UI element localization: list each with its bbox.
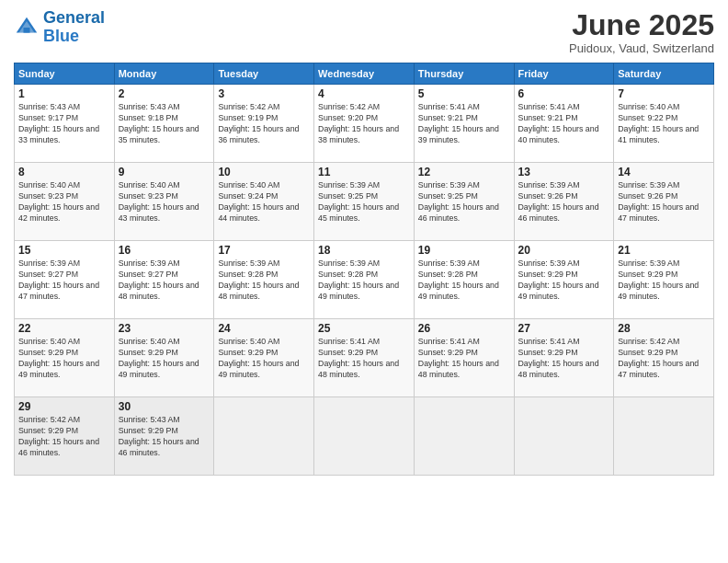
calendar-cell-15: 15Sunrise: 5:39 AMSunset: 9:27 PMDayligh… xyxy=(15,241,115,319)
calendar-cell-22: 22Sunrise: 5:40 AMSunset: 9:29 PMDayligh… xyxy=(15,319,115,397)
logo-text: General Blue xyxy=(43,9,105,46)
weekday-header-wednesday: Wednesday xyxy=(314,63,415,85)
calendar-cell-17: 17Sunrise: 5:39 AMSunset: 9:28 PMDayligh… xyxy=(214,241,314,319)
calendar-cell-23: 23Sunrise: 5:40 AMSunset: 9:29 PMDayligh… xyxy=(114,319,214,397)
month-title: June 2025 xyxy=(569,9,714,41)
page: General Blue June 2025 Puidoux, Vaud, Sw… xyxy=(0,0,728,563)
logo-blue: Blue xyxy=(43,27,79,45)
calendar-week-3: 15Sunrise: 5:39 AMSunset: 9:27 PMDayligh… xyxy=(15,241,714,319)
calendar-cell-4: 4Sunrise: 5:42 AMSunset: 9:20 PMDaylight… xyxy=(314,85,415,163)
weekday-header-monday: Monday xyxy=(114,63,214,85)
svg-rect-2 xyxy=(24,28,30,33)
calendar-cell-20: 20Sunrise: 5:39 AMSunset: 9:29 PMDayligh… xyxy=(514,241,614,319)
logo-icon xyxy=(14,15,40,40)
weekday-header-friday: Friday xyxy=(514,63,614,85)
calendar-cell-7: 7Sunrise: 5:40 AMSunset: 9:22 PMDaylight… xyxy=(614,85,714,163)
calendar-cell-21: 21Sunrise: 5:39 AMSunset: 9:29 PMDayligh… xyxy=(614,241,714,319)
calendar-cell-16: 16Sunrise: 5:39 AMSunset: 9:27 PMDayligh… xyxy=(114,241,214,319)
calendar-week-5: 29Sunrise: 5:42 AMSunset: 9:29 PMDayligh… xyxy=(15,397,714,476)
calendar-cell-13: 13Sunrise: 5:39 AMSunset: 9:26 PMDayligh… xyxy=(514,163,614,241)
calendar-cell-27: 27Sunrise: 5:41 AMSunset: 9:29 PMDayligh… xyxy=(514,319,614,397)
weekday-header-saturday: Saturday xyxy=(614,63,714,85)
calendar-week-2: 8Sunrise: 5:40 AMSunset: 9:23 PMDaylight… xyxy=(15,163,714,241)
calendar-cell-empty xyxy=(314,397,415,476)
calendar-table: SundayMondayTuesdayWednesdayThursdayFrid… xyxy=(14,63,714,476)
title-area: June 2025 Puidoux, Vaud, Switzerland xyxy=(569,9,714,55)
calendar-cell-28: 28Sunrise: 5:42 AMSunset: 9:29 PMDayligh… xyxy=(614,319,714,397)
location: Puidoux, Vaud, Switzerland xyxy=(569,41,714,55)
calendar-cell-empty xyxy=(214,397,314,476)
calendar-cell-10: 10Sunrise: 5:40 AMSunset: 9:24 PMDayligh… xyxy=(214,163,314,241)
header: General Blue June 2025 Puidoux, Vaud, Sw… xyxy=(14,9,714,55)
calendar-cell-1: 1Sunrise: 5:43 AMSunset: 9:17 PMDaylight… xyxy=(15,85,115,163)
calendar-cell-29: 29Sunrise: 5:42 AMSunset: 9:29 PMDayligh… xyxy=(15,397,115,476)
calendar-cell-24: 24Sunrise: 5:40 AMSunset: 9:29 PMDayligh… xyxy=(214,319,314,397)
calendar-cell-9: 9Sunrise: 5:40 AMSunset: 9:23 PMDaylight… xyxy=(114,163,214,241)
calendar-cell-26: 26Sunrise: 5:41 AMSunset: 9:29 PMDayligh… xyxy=(414,319,514,397)
calendar-cell-3: 3Sunrise: 5:42 AMSunset: 9:19 PMDaylight… xyxy=(214,85,314,163)
calendar-cell-18: 18Sunrise: 5:39 AMSunset: 9:28 PMDayligh… xyxy=(314,241,415,319)
calendar-cell-8: 8Sunrise: 5:40 AMSunset: 9:23 PMDaylight… xyxy=(15,163,115,241)
calendar-cell-empty xyxy=(414,397,514,476)
calendar-week-4: 22Sunrise: 5:40 AMSunset: 9:29 PMDayligh… xyxy=(15,319,714,397)
calendar-cell-5: 5Sunrise: 5:41 AMSunset: 9:21 PMDaylight… xyxy=(414,85,514,163)
weekday-header-thursday: Thursday xyxy=(414,63,514,85)
calendar-cell-19: 19Sunrise: 5:39 AMSunset: 9:28 PMDayligh… xyxy=(414,241,514,319)
calendar-cell-2: 2Sunrise: 5:43 AMSunset: 9:18 PMDaylight… xyxy=(114,85,214,163)
calendar-cell-6: 6Sunrise: 5:41 AMSunset: 9:21 PMDaylight… xyxy=(514,85,614,163)
calendar-cell-11: 11Sunrise: 5:39 AMSunset: 9:25 PMDayligh… xyxy=(314,163,415,241)
calendar-header-row: SundayMondayTuesdayWednesdayThursdayFrid… xyxy=(15,63,714,85)
calendar-cell-empty xyxy=(614,397,714,476)
calendar-week-1: 1Sunrise: 5:43 AMSunset: 9:17 PMDaylight… xyxy=(15,85,714,163)
calendar-cell-25: 25Sunrise: 5:41 AMSunset: 9:29 PMDayligh… xyxy=(314,319,415,397)
logo: General Blue xyxy=(14,9,105,46)
weekday-header-sunday: Sunday xyxy=(15,63,115,85)
calendar-cell-30: 30Sunrise: 5:43 AMSunset: 9:29 PMDayligh… xyxy=(114,397,214,476)
weekday-header-tuesday: Tuesday xyxy=(214,63,314,85)
calendar-cell-14: 14Sunrise: 5:39 AMSunset: 9:26 PMDayligh… xyxy=(614,163,714,241)
calendar-cell-12: 12Sunrise: 5:39 AMSunset: 9:25 PMDayligh… xyxy=(414,163,514,241)
logo-general: General xyxy=(43,8,105,27)
calendar-cell-empty xyxy=(514,397,614,476)
